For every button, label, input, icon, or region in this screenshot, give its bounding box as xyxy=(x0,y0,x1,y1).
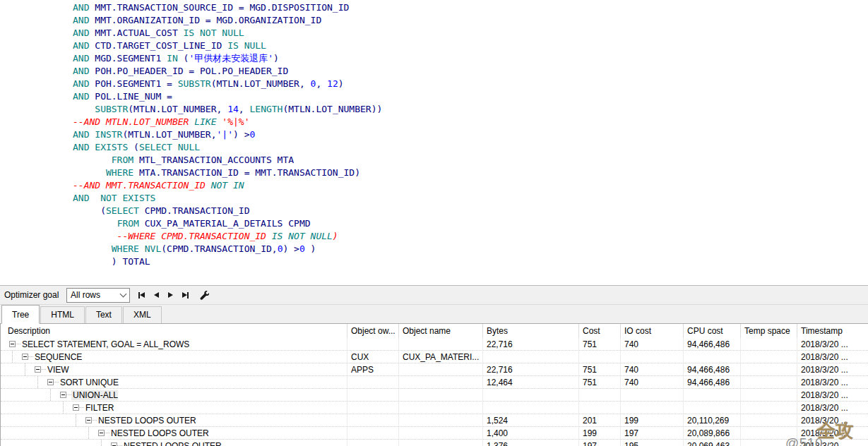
cell-owner xyxy=(347,440,399,446)
plan-step-label[interactable]: NESTED LOOPS OUTER xyxy=(122,441,222,446)
tree-stub-line xyxy=(66,394,71,395)
table-row[interactable]: UNION-ALL2018/3/20 ... xyxy=(1,389,868,402)
cell-timestamp: 2018/3/20 ... xyxy=(797,414,868,426)
sql-token-kw: SUBSTR xyxy=(178,78,211,89)
column-header-temp_space[interactable]: Temp space xyxy=(741,324,797,338)
tab-html[interactable]: HTML xyxy=(40,306,85,323)
plan-step-label[interactable]: FILTER xyxy=(84,403,114,413)
cell-owner: APPS xyxy=(347,363,399,375)
tree-expander-icon[interactable] xyxy=(98,430,105,436)
cell-name xyxy=(399,440,483,446)
triangle-left-icon xyxy=(154,292,159,298)
table-row[interactable]: NESTED LOOPS OUTER1,37619719520,069,4632… xyxy=(1,440,868,446)
tree-expander-icon[interactable] xyxy=(73,404,79,411)
table-row[interactable]: NESTED LOOPS OUTER1,52420119920,110,2692… xyxy=(1,414,868,427)
cell-temp_space xyxy=(741,338,797,350)
plan-step-label[interactable]: UNION-ALL xyxy=(71,390,118,400)
last-record-button[interactable] xyxy=(182,291,189,299)
sql-token-id xyxy=(73,104,95,114)
tree-expander-icon[interactable] xyxy=(111,442,117,446)
column-header-timestamp[interactable]: Timestamp xyxy=(797,324,868,338)
sql-token-kw: AND xyxy=(73,2,89,13)
cell-name xyxy=(399,363,483,375)
plan-step-label[interactable]: NESTED LOOPS OUTER xyxy=(109,428,209,438)
next-record-button[interactable] xyxy=(168,291,173,299)
cell-bytes: 12,464 xyxy=(483,376,579,388)
plan-step-label[interactable]: VIEW xyxy=(46,365,69,375)
cell-io_cost xyxy=(621,402,684,414)
optimizer-goal-select[interactable]: All rows xyxy=(66,288,130,303)
wrench-icon[interactable] xyxy=(198,290,209,301)
sql-token-lit: 0 xyxy=(249,129,255,140)
sql-token-kw: INSTR xyxy=(95,129,122,140)
table-row[interactable]: SORT UNIQUE12,46475174094,466,4862018/3/… xyxy=(1,376,868,389)
triangle-right-icon xyxy=(182,292,187,298)
column-header-io_cost[interactable]: IO cost xyxy=(621,324,684,338)
plan-step-label[interactable]: NESTED LOOPS OUTER xyxy=(97,416,196,426)
tree-guide-line xyxy=(12,351,13,363)
sql-token-kw: FROM xyxy=(117,218,139,229)
table-row[interactable]: NESTED LOOPS OUTER1,40019919720,089,8662… xyxy=(1,427,868,440)
cell-temp_space xyxy=(741,440,797,446)
sql-token-cmtkw: NOT IN xyxy=(211,180,244,191)
cell-cost: 201 xyxy=(579,414,621,426)
first-record-button[interactable] xyxy=(138,291,145,299)
sql-token-id: (MTLN.LOT_NUMBER, xyxy=(128,104,227,114)
record-navigation xyxy=(138,291,189,299)
column-header-owner[interactable]: Object ow... xyxy=(347,324,399,338)
tab-text[interactable]: Text xyxy=(85,306,122,323)
tree-guide-line xyxy=(88,427,89,439)
sql-token-lit: '甲供材未安装退库' xyxy=(189,53,273,64)
table-row[interactable]: SEQUENCECUXCUX_PA_MATERI...2018/3/20 ... xyxy=(1,351,868,363)
tree-expander-icon[interactable] xyxy=(9,341,16,347)
tab-tree[interactable]: Tree xyxy=(1,305,40,324)
cell-cost xyxy=(579,351,621,363)
sql-token-lit: 14 xyxy=(227,104,239,114)
sql-token-id: ) xyxy=(273,53,279,64)
sql-token-kw: AND xyxy=(73,78,89,89)
table-row[interactable]: SELECT STATEMENT, GOAL = ALL_ROWS22,7167… xyxy=(1,338,868,351)
cell-io_cost xyxy=(621,351,684,363)
tab-xml[interactable]: XML xyxy=(123,306,162,323)
previous-record-button[interactable] xyxy=(154,291,159,299)
sql-editor[interactable]: AND MMT.TRANSACTION_SOURCE_ID = MGD.DISP… xyxy=(0,0,868,285)
tree-expander-icon[interactable] xyxy=(47,379,54,385)
cell-cost: 751 xyxy=(579,338,621,350)
sql-token-kw: IS NULL xyxy=(227,40,266,51)
tree-expander-icon[interactable] xyxy=(85,417,92,423)
sql-token-id xyxy=(73,218,117,229)
sql-token-kw: AND xyxy=(73,40,89,51)
cell-name xyxy=(399,338,483,350)
tree-expander-icon[interactable] xyxy=(60,392,66,398)
cell-cost: 751 xyxy=(579,363,621,375)
explain-plan-toolbar: Optimizer goal All rows xyxy=(0,285,868,305)
column-header-name[interactable]: Object name xyxy=(399,324,483,338)
cell-cpu_cost xyxy=(684,351,741,363)
cell-temp_space xyxy=(741,351,797,363)
tree-expander-icon[interactable] xyxy=(35,366,41,373)
sql-token-kw: IS NOT NULL xyxy=(184,28,244,38)
sql-line: AND INSTR(MTLN.LOT_NUMBER,'|') >0 xyxy=(73,128,868,141)
cell-timestamp: 2018/3/20 ... xyxy=(797,427,868,439)
cell-description: SORT UNIQUE xyxy=(1,376,347,388)
cell-io_cost: 199 xyxy=(621,414,684,426)
column-header-description[interactable]: Description xyxy=(1,324,347,338)
plan-step-label[interactable]: SEQUENCE xyxy=(33,352,82,362)
table-row[interactable]: FILTER2018/3/20 ... xyxy=(1,402,868,414)
cell-temp_space xyxy=(741,389,797,401)
sql-token-kw: FROM xyxy=(112,155,133,165)
column-header-bytes[interactable]: Bytes xyxy=(483,324,579,338)
explain-plan-grid: DescriptionObject ow...Object nameBytesC… xyxy=(0,324,868,446)
column-header-cost[interactable]: Cost xyxy=(579,324,621,338)
table-row[interactable]: VIEWAPPS22,71675174094,466,4862018/3/20 … xyxy=(1,363,868,376)
cell-io_cost: 740 xyxy=(621,338,684,350)
last-record-icon xyxy=(187,292,189,299)
column-header-cpu_cost[interactable]: CPU cost xyxy=(684,324,741,338)
plan-step-label[interactable]: SORT UNIQUE xyxy=(59,378,119,387)
sql-token-id: ) xyxy=(338,78,344,89)
cell-description: SELECT STATEMENT, GOAL = ALL_ROWS xyxy=(1,338,347,350)
sql-line: WHERE NVL(CPMD.TRANSACTION_ID,0) >0 ) xyxy=(73,243,868,255)
plan-step-label[interactable]: SELECT STATEMENT, GOAL = ALL_ROWS xyxy=(20,339,189,349)
tree-expander-icon[interactable] xyxy=(22,354,28,360)
sql-token-id xyxy=(73,155,112,165)
